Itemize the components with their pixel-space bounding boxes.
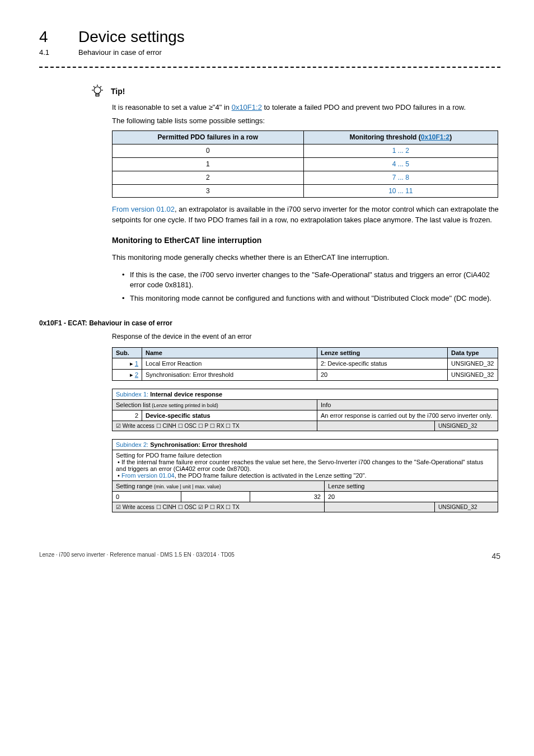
list-item: If this is the case, the i700 servo inve… — [122, 270, 500, 290]
subindex-link-2[interactable]: 2 — [135, 371, 138, 378]
setting-range-header: Setting range (min. value | unit | max. … — [113, 481, 325, 492]
table-row: 2 Device-specific status An error respon… — [113, 410, 498, 421]
section-number: 4.1 — [39, 48, 62, 57]
col-lenze: Lenze setting — [317, 348, 448, 358]
table-header-col2: Monitoring threshold (0x10F1:2) — [303, 131, 498, 144]
lightbulb-icon — [90, 83, 105, 99]
monitoring-heading: Monitoring to EtherCAT line interruption — [112, 235, 500, 246]
object-description: Response of the device in the event of a… — [112, 333, 500, 340]
access-row: ☑ Write access ☐ CINH ☐ OSC ☑ P ☐ RX ☐ T… — [113, 502, 498, 512]
divider — [39, 67, 500, 68]
subindex-link-1[interactable]: 1 — [135, 360, 138, 367]
tip-text-1-post: to tolerate a failed PDO and prevent two… — [262, 103, 466, 111]
list-item: This monitoring mode cannot be configure… — [122, 293, 500, 304]
table-row: 3 10 ... 11 — [113, 184, 498, 198]
svg-line-5 — [100, 86, 101, 87]
object-heading: 0x10F1 - ECAT: Behaviour in case of erro… — [39, 319, 500, 327]
col-datatype: Data type — [448, 348, 498, 358]
object-summary-table: Sub. Name Lenze setting Data type ▸ 1 Lo… — [112, 347, 498, 381]
extrapolator-paragraph: From version 01.02, an extrapolator is a… — [112, 204, 500, 225]
tip-text-1-pre: It is reasonable to set a value ≥"4" in — [112, 103, 232, 111]
section-title: Behaviour in case of error — [78, 48, 162, 57]
table-row: 1 4 ... 5 — [113, 157, 498, 171]
chapter-number: 4 — [39, 28, 62, 46]
monitoring-intro: This monitoring mode generally checks wh… — [112, 253, 500, 263]
access-row: ☑ Write access ☐ CINH ☐ OSC ☐ P ☐ RX ☐ T… — [113, 421, 498, 431]
svg-point-0 — [94, 87, 101, 94]
footer-text: Lenze · i700 servo inverter · Reference … — [39, 552, 235, 561]
tip-text-1: It is reasonable to set a value ≥"4" in … — [112, 102, 500, 113]
svg-line-4 — [93, 86, 95, 87]
col-name: Name — [142, 348, 317, 358]
table-row: ▸ 1 Local Error Reaction 2: Device-speci… — [113, 358, 498, 370]
col-sub: Sub. — [113, 348, 142, 358]
table-row: 0 1 ... 2 — [113, 144, 498, 158]
selection-list-header: Selection list (Lenze setting printed in… — [113, 400, 317, 410]
table-header-col1: Permitted PDO failures in a row — [113, 131, 304, 144]
link-0x10f1-2-header[interactable]: 0x10F1:2 — [421, 133, 449, 141]
tip-label: Tip! — [111, 87, 125, 96]
tip-text-2: The following table lists some possible … — [112, 116, 500, 126]
page-number: 45 — [491, 552, 500, 561]
subindex-1-table: Subindex 1: Internal device response Sel… — [112, 389, 498, 431]
subindex-2-desc: Setting for PDO frame failure detection … — [113, 450, 498, 481]
table-row: 0 32 20 — [113, 492, 498, 502]
chapter-title: Device settings — [78, 28, 185, 46]
threshold-table: Permitted PDO failures in a row Monitori… — [112, 130, 498, 198]
table-row: 2 7 ... 8 — [113, 171, 498, 184]
info-header: Info — [317, 400, 498, 410]
link-0x10f1-2[interactable]: 0x10F1:2 — [232, 103, 262, 111]
subindex-2-table: Subindex 2: Synchronisation: Error thres… — [112, 439, 498, 512]
table-row: ▸ 2 Synchronisation: Error threshold 20 … — [113, 370, 498, 381]
lenze-setting-header: Lenze setting — [325, 481, 498, 492]
